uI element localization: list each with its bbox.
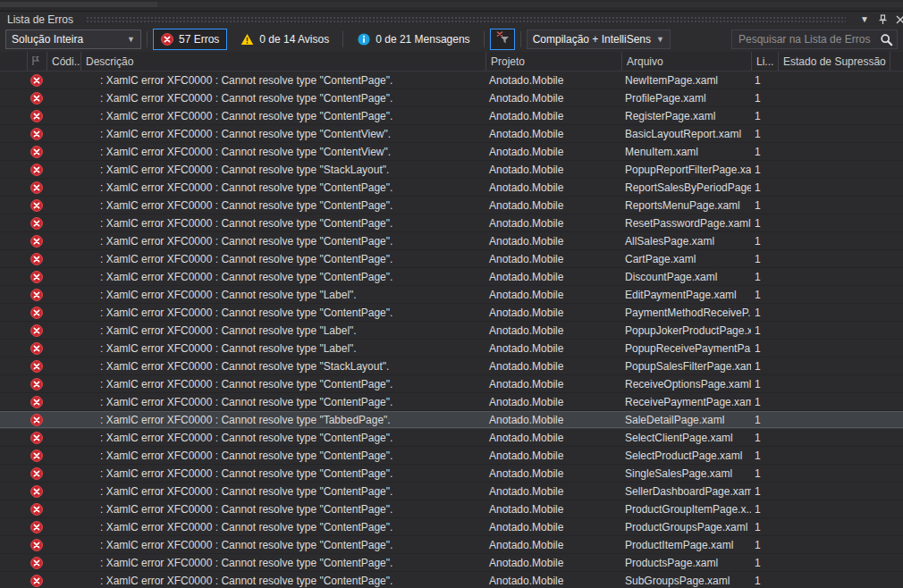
filter-button[interactable] (490, 29, 515, 50)
table-row[interactable]: : XamlC error XFC0000 : Cannot resolve t… (0, 89, 903, 107)
table-row[interactable]: : XamlC error XFC0000 : Cannot resolve t… (0, 447, 903, 465)
toolbar-separator (147, 31, 148, 47)
error-icon (30, 181, 43, 194)
row-description: : XamlC error XFC0000 : Cannot resolve t… (80, 125, 485, 142)
header-code[interactable]: Códi... (46, 52, 80, 71)
table-row[interactable]: : XamlC error XFC0000 : Cannot resolve t… (0, 375, 903, 393)
table-row[interactable]: : XamlC error XFC0000 : Cannot resolve t… (0, 179, 903, 197)
table-row[interactable]: : XamlC error XFC0000 : Cannot resolve t… (0, 393, 903, 411)
table-row[interactable]: : XamlC error XFC0000 : Cannot resolve t… (0, 161, 903, 179)
row-suppression (778, 107, 890, 124)
table-row[interactable]: : XamlC error XFC0000 : Cannot resolve t… (0, 429, 903, 447)
row-gutter (0, 268, 27, 285)
row-suppression (778, 357, 890, 374)
table-row[interactable]: : XamlC error XFC0000 : Cannot resolve t… (0, 340, 903, 357)
table-row[interactable]: : XamlC error XFC0000 : Cannot resolve t… (0, 268, 903, 286)
search-box[interactable] (731, 29, 898, 49)
row-filler (890, 143, 903, 160)
header-severity[interactable] (27, 52, 46, 71)
row-code (46, 125, 80, 142)
row-code (46, 340, 80, 357)
header-project[interactable]: Projeto (485, 52, 621, 71)
row-line: 1 (751, 357, 778, 374)
row-suppression (778, 500, 890, 517)
row-project: Anotado.Mobile (485, 232, 621, 249)
header-gutter (0, 52, 27, 71)
row-description: : XamlC error XFC0000 : Cannot resolve t… (80, 572, 485, 588)
table-row[interactable]: : XamlC error XFC0000 : Cannot resolve t… (0, 465, 903, 483)
messages-filter-label: 0 de 21 Mensagens (376, 33, 469, 46)
table-row[interactable]: : XamlC error XFC0000 : Cannot resolve t… (0, 232, 903, 250)
table-row[interactable]: : XamlC error XFC0000 : Cannot resolve t… (0, 483, 903, 500)
search-icon[interactable] (880, 33, 893, 49)
row-project: Anotado.Mobile (485, 572, 621, 588)
row-line: 1 (751, 483, 778, 500)
table-row[interactable]: : XamlC error XFC0000 : Cannot resolve t… (0, 71, 903, 89)
scope-dropdown-value: Solução Inteira (12, 33, 83, 46)
header-suppression[interactable]: Estado de Supressão (778, 52, 890, 71)
row-code (46, 214, 80, 231)
errors-filter-button[interactable]: 57 Erros (153, 29, 227, 50)
row-description: : XamlC error XFC0000 : Cannot resolve t… (80, 357, 485, 374)
row-description: : XamlC error XFC0000 : Cannot resolve t… (80, 286, 485, 303)
search-input[interactable] (732, 33, 897, 46)
messages-filter-button[interactable]: 0 de 21 Mensagens (349, 29, 477, 50)
warnings-filter-label: 0 de 14 Avisos (259, 33, 329, 46)
row-file: NewItemPage.xaml (621, 71, 751, 88)
row-severity-cell (27, 214, 46, 231)
error-icon (30, 521, 43, 533)
row-filler (890, 500, 903, 517)
close-icon[interactable] (894, 13, 903, 26)
row-description: : XamlC error XFC0000 : Cannot resolve t… (80, 161, 485, 178)
row-description: : XamlC error XFC0000 : Cannot resolve t… (80, 71, 485, 88)
row-code (46, 411, 80, 428)
row-code (46, 429, 80, 446)
row-code (46, 375, 80, 392)
horizontal-scrollbar-thumb[interactable] (0, 2, 157, 7)
table-row[interactable]: : XamlC error XFC0000 : Cannot resolve t… (0, 554, 903, 572)
filter-mode-dropdown[interactable]: Compilação + IntelliSens ▼ (527, 29, 671, 49)
table-row[interactable]: : XamlC error XFC0000 : Cannot resolve t… (0, 518, 903, 536)
table-row[interactable]: : XamlC error XFC0000 : Cannot resolve t… (0, 357, 903, 375)
row-suppression (778, 214, 890, 231)
scope-dropdown[interactable]: Solução Inteira ▼ (5, 29, 141, 49)
row-gutter (0, 286, 27, 303)
table-row[interactable]: : XamlC error XFC0000 : Cannot resolve t… (0, 125, 903, 143)
table-row[interactable]: : XamlC error XFC0000 : Cannot resolve t… (0, 304, 903, 322)
header-description[interactable]: Descrição (80, 52, 485, 71)
table-row[interactable]: : XamlC error XFC0000 : Cannot resolve t… (0, 286, 903, 304)
table-row[interactable]: : XamlC error XFC0000 : Cannot resolve t… (0, 143, 903, 161)
table-row[interactable]: : XamlC error XFC0000 : Cannot resolve t… (0, 250, 903, 268)
row-suppression (778, 286, 890, 303)
row-gutter (0, 143, 27, 160)
error-icon (30, 539, 43, 551)
window-position-chevron-icon[interactable]: ▼ (858, 13, 871, 26)
table-row[interactable]: : XamlC error XFC0000 : Cannot resolve t… (0, 107, 903, 125)
table-row[interactable]: : XamlC error XFC0000 : Cannot resolve t… (0, 197, 903, 214)
error-icon (30, 271, 43, 283)
header-file[interactable]: Arquivo (621, 52, 751, 71)
table-row[interactable]: : XamlC error XFC0000 : Cannot resolve t… (0, 411, 903, 429)
row-project: Anotado.Mobile (485, 107, 621, 124)
row-description: : XamlC error XFC0000 : Cannot resolve t… (80, 322, 485, 339)
row-line: 1 (751, 411, 778, 428)
row-gutter (0, 232, 27, 249)
panel-title-bar[interactable]: Lista de Erros ▼ (0, 12, 903, 27)
warnings-filter-button[interactable]: 0 de 14 Avisos (232, 29, 337, 50)
table-row[interactable]: : XamlC error XFC0000 : Cannot resolve t… (0, 322, 903, 340)
row-description: : XamlC error XFC0000 : Cannot resolve t… (80, 179, 485, 196)
row-filler (890, 179, 903, 196)
header-line[interactable]: Li... (751, 52, 778, 71)
pin-icon[interactable] (876, 13, 889, 26)
horizontal-scrollbar-track[interactable] (157, 2, 903, 7)
row-gutter (0, 214, 27, 231)
row-gutter (0, 465, 27, 482)
drag-texture[interactable] (86, 15, 846, 24)
row-suppression (778, 429, 890, 446)
row-code (46, 393, 80, 410)
table-row[interactable]: : XamlC error XFC0000 : Cannot resolve t… (0, 214, 903, 232)
table-row[interactable]: : XamlC error XFC0000 : Cannot resolve t… (0, 500, 903, 518)
table-row[interactable]: : XamlC error XFC0000 : Cannot resolve t… (0, 536, 903, 554)
table-row[interactable]: : XamlC error XFC0000 : Cannot resolve t… (0, 572, 903, 588)
error-icon (30, 485, 43, 498)
